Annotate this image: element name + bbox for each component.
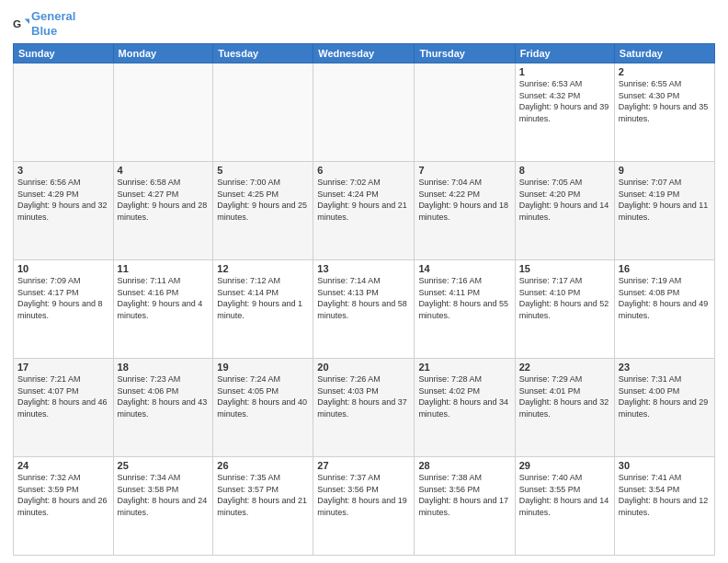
day-number: 13 [317, 263, 410, 274]
calendar-cell: 23Sunrise: 7:31 AM Sunset: 4:00 PM Dayli… [614, 359, 714, 457]
calendar-cell: 28Sunrise: 7:38 AM Sunset: 3:56 PM Dayli… [415, 457, 515, 556]
day-number: 4 [118, 165, 210, 176]
day-number: 28 [418, 460, 510, 471]
cell-details: Sunrise: 7:11 AM Sunset: 4:16 PM Dayligh… [118, 275, 210, 321]
calendar-cell: 18Sunrise: 7:23 AM Sunset: 4:06 PM Dayli… [113, 359, 213, 457]
cell-details: Sunrise: 7:31 AM Sunset: 4:00 PM Dayligh… [619, 373, 711, 419]
calendar-cell [14, 63, 114, 162]
calendar-cell [415, 63, 515, 162]
cell-details: Sunrise: 7:41 AM Sunset: 3:54 PM Dayligh… [619, 472, 711, 518]
svg-text:G: G [13, 17, 21, 29]
calendar-cell: 19Sunrise: 7:24 AM Sunset: 4:05 PM Dayli… [213, 359, 313, 457]
header-cell: Wednesday [313, 44, 415, 63]
day-number: 6 [317, 165, 410, 176]
header-cell: Friday [515, 44, 614, 63]
calendar-cell [213, 63, 313, 162]
day-number: 19 [217, 362, 309, 373]
cell-details: Sunrise: 7:16 AM Sunset: 4:11 PM Dayligh… [418, 275, 510, 321]
cell-details: Sunrise: 7:09 AM Sunset: 4:17 PM Dayligh… [17, 275, 109, 321]
calendar-cell: 16Sunrise: 7:19 AM Sunset: 4:08 PM Dayli… [614, 260, 714, 359]
day-number: 21 [418, 362, 510, 373]
day-number: 14 [418, 263, 510, 274]
day-number: 20 [317, 362, 410, 373]
day-number: 2 [619, 66, 711, 77]
calendar-cell: 26Sunrise: 7:35 AM Sunset: 3:57 PM Dayli… [213, 457, 313, 556]
cell-details: Sunrise: 7:23 AM Sunset: 4:06 PM Dayligh… [118, 373, 210, 419]
cell-details: Sunrise: 7:26 AM Sunset: 4:03 PM Dayligh… [317, 373, 410, 419]
calendar-cell: 12Sunrise: 7:12 AM Sunset: 4:14 PM Dayli… [213, 260, 313, 359]
cell-details: Sunrise: 7:04 AM Sunset: 4:22 PM Dayligh… [418, 177, 510, 223]
day-number: 29 [519, 460, 610, 471]
calendar-week-row: 24Sunrise: 7:32 AM Sunset: 3:59 PM Dayli… [14, 457, 715, 556]
day-number: 30 [619, 460, 711, 471]
calendar-cell [113, 63, 213, 162]
day-number: 23 [619, 362, 711, 373]
header-cell: Sunday [14, 44, 114, 63]
cell-details: Sunrise: 6:53 AM Sunset: 4:32 PM Dayligh… [519, 78, 610, 124]
day-number: 8 [519, 165, 610, 176]
day-number: 7 [418, 165, 510, 176]
day-number: 11 [118, 263, 210, 274]
calendar-cell: 7Sunrise: 7:04 AM Sunset: 4:22 PM Daylig… [415, 162, 515, 260]
day-number: 16 [619, 263, 711, 274]
header-cell: Thursday [415, 44, 515, 63]
day-number: 17 [17, 362, 109, 373]
logo-icon: G [13, 16, 29, 32]
calendar-cell: 5Sunrise: 7:00 AM Sunset: 4:25 PM Daylig… [213, 162, 313, 260]
calendar-cell: 8Sunrise: 7:05 AM Sunset: 4:20 PM Daylig… [515, 162, 614, 260]
cell-details: Sunrise: 6:56 AM Sunset: 4:29 PM Dayligh… [17, 177, 109, 223]
day-number: 24 [17, 460, 109, 471]
header-cell: Saturday [614, 44, 714, 63]
calendar-cell [313, 63, 415, 162]
calendar-cell: 27Sunrise: 7:37 AM Sunset: 3:56 PM Dayli… [313, 457, 415, 556]
day-number: 26 [217, 460, 309, 471]
day-number: 18 [118, 362, 210, 373]
calendar-cell: 10Sunrise: 7:09 AM Sunset: 4:17 PM Dayli… [14, 260, 114, 359]
cell-details: Sunrise: 7:29 AM Sunset: 4:01 PM Dayligh… [519, 373, 610, 419]
day-number: 1 [519, 66, 610, 77]
calendar-week-row: 17Sunrise: 7:21 AM Sunset: 4:07 PM Dayli… [14, 359, 715, 457]
cell-details: Sunrise: 7:14 AM Sunset: 4:13 PM Dayligh… [317, 275, 410, 321]
calendar-cell: 22Sunrise: 7:29 AM Sunset: 4:01 PM Dayli… [515, 359, 614, 457]
header: G General Blue [13, 9, 715, 38]
calendar-cell: 25Sunrise: 7:34 AM Sunset: 3:58 PM Dayli… [113, 457, 213, 556]
calendar-cell: 6Sunrise: 7:02 AM Sunset: 4:24 PM Daylig… [313, 162, 415, 260]
header-cell: Monday [113, 44, 213, 63]
header-cell: Tuesday [213, 44, 313, 63]
calendar-cell: 3Sunrise: 6:56 AM Sunset: 4:29 PM Daylig… [14, 162, 114, 260]
day-number: 3 [17, 165, 109, 176]
cell-details: Sunrise: 7:34 AM Sunset: 3:58 PM Dayligh… [118, 472, 210, 518]
cell-details: Sunrise: 7:32 AM Sunset: 3:59 PM Dayligh… [17, 472, 109, 518]
calendar-week-row: 3Sunrise: 6:56 AM Sunset: 4:29 PM Daylig… [14, 162, 715, 260]
calendar-cell: 2Sunrise: 6:55 AM Sunset: 4:30 PM Daylig… [614, 63, 714, 162]
cell-details: Sunrise: 7:28 AM Sunset: 4:02 PM Dayligh… [418, 373, 510, 419]
day-number: 10 [17, 263, 109, 274]
calendar-cell: 20Sunrise: 7:26 AM Sunset: 4:03 PM Dayli… [313, 359, 415, 457]
calendar-cell: 24Sunrise: 7:32 AM Sunset: 3:59 PM Dayli… [14, 457, 114, 556]
calendar-cell: 14Sunrise: 7:16 AM Sunset: 4:11 PM Dayli… [415, 260, 515, 359]
cell-details: Sunrise: 7:07 AM Sunset: 4:19 PM Dayligh… [619, 177, 711, 223]
svg-marker-1 [25, 18, 29, 23]
calendar-cell: 17Sunrise: 7:21 AM Sunset: 4:07 PM Dayli… [14, 359, 114, 457]
cell-details: Sunrise: 6:55 AM Sunset: 4:30 PM Dayligh… [619, 78, 711, 124]
page: G General Blue SundayMondayTuesdayWednes… [0, 0, 728, 563]
cell-details: Sunrise: 7:21 AM Sunset: 4:07 PM Dayligh… [17, 373, 109, 419]
calendar-cell: 15Sunrise: 7:17 AM Sunset: 4:10 PM Dayli… [515, 260, 614, 359]
day-number: 15 [519, 263, 610, 274]
calendar-table: SundayMondayTuesdayWednesdayThursdayFrid… [13, 43, 715, 556]
cell-details: Sunrise: 7:37 AM Sunset: 3:56 PM Dayligh… [317, 472, 410, 518]
header-row: SundayMondayTuesdayWednesdayThursdayFrid… [14, 44, 715, 63]
cell-details: Sunrise: 7:05 AM Sunset: 4:20 PM Dayligh… [519, 177, 610, 223]
logo: G General Blue [13, 9, 75, 38]
calendar-cell: 13Sunrise: 7:14 AM Sunset: 4:13 PM Dayli… [313, 260, 415, 359]
day-number: 25 [118, 460, 210, 471]
logo-text: General Blue [31, 9, 75, 38]
cell-details: Sunrise: 7:35 AM Sunset: 3:57 PM Dayligh… [217, 472, 309, 518]
day-number: 22 [519, 362, 610, 373]
calendar-cell: 21Sunrise: 7:28 AM Sunset: 4:02 PM Dayli… [415, 359, 515, 457]
calendar-cell: 9Sunrise: 7:07 AM Sunset: 4:19 PM Daylig… [614, 162, 714, 260]
calendar-week-row: 1Sunrise: 6:53 AM Sunset: 4:32 PM Daylig… [14, 63, 715, 162]
calendar-cell: 30Sunrise: 7:41 AM Sunset: 3:54 PM Dayli… [614, 457, 714, 556]
day-number: 5 [217, 165, 309, 176]
cell-details: Sunrise: 7:12 AM Sunset: 4:14 PM Dayligh… [217, 275, 309, 321]
